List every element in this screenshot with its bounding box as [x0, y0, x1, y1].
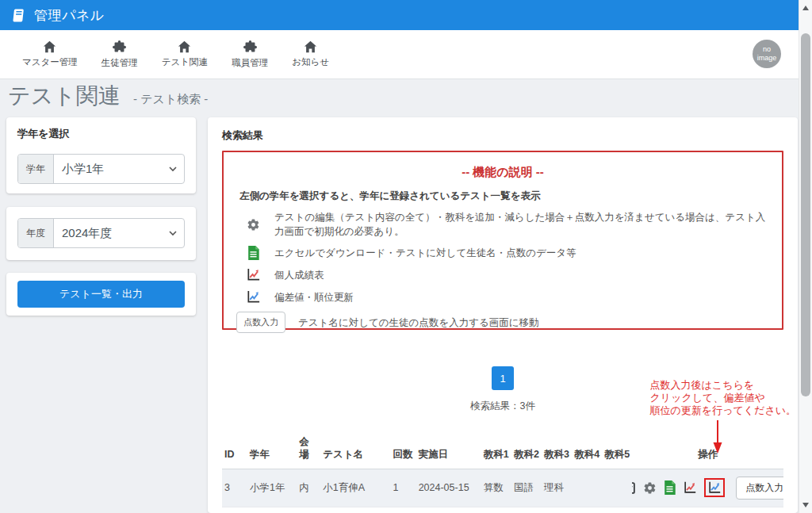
nav-item-student-admin[interactable]: 生徒管理	[102, 40, 138, 69]
nav-item-notice[interactable]: お知らせ	[292, 40, 329, 68]
cell-id: 3	[222, 469, 247, 507]
gear-icon	[244, 218, 262, 232]
col-header-subject5: 教科5	[602, 432, 632, 469]
grade-select-card: 学年を選択 学年 小学1年	[6, 117, 196, 193]
cell-test-name: 小1育伸A	[320, 469, 390, 507]
col-header-id: ID	[222, 432, 247, 469]
grade-card-heading: 学年を選択	[17, 127, 185, 141]
year-select[interactable]: 年度 2024年度	[17, 218, 185, 248]
cell-grade: 小学1年	[247, 507, 297, 513]
col-header-date: 実施日	[416, 432, 481, 469]
info-item-excel: エクセルでダウンロード・テストに対して生徒名・点数のデータ等	[236, 246, 769, 260]
score-input-sample-button[interactable]: 点数入力	[236, 312, 285, 333]
page-subtitle: - テスト検索 -	[133, 92, 208, 107]
nav-item-label: テスト関連	[162, 56, 208, 68]
col-header-subject3: 教科3	[542, 432, 572, 469]
nav-item-label: お知らせ	[292, 56, 329, 68]
scrollbar-up-arrow[interactable]	[802, 6, 809, 10]
chevron-down-icon	[169, 155, 184, 183]
info-box-title: -- 機能の説明 --	[236, 165, 769, 180]
cell-subject4	[572, 469, 602, 507]
grade-select[interactable]: 学年 小学1年	[17, 154, 185, 184]
avatar[interactable]: no image	[753, 40, 781, 68]
col-header-subject4: 教科4	[572, 432, 602, 469]
cell-grade: 小学1年	[247, 469, 297, 507]
annotation-line: 点数入力後はこちらを	[650, 379, 796, 392]
year-select-card: 年度 2024年度	[6, 207, 196, 260]
grade-select-value: 小学1年	[54, 155, 169, 183]
col-header-subject1: 教科1	[481, 432, 511, 469]
cell-subject3: 理科	[542, 507, 572, 513]
grade-select-label: 学年	[18, 155, 54, 183]
function-description-box: -- 機能の説明 -- 左側の学年を選択すると、学年に登録されているテスト一覧を…	[222, 151, 783, 330]
nav-item-test-related[interactable]: テスト関連	[162, 40, 208, 68]
nav-item-master-admin[interactable]: マスター管理	[22, 40, 78, 68]
table-row: 1 小学1年 内 小1育伸テスト 2 2024-05-30 国語 算数 理科	[222, 507, 783, 513]
app-title: 管理パネル	[34, 6, 105, 25]
test-list-card: テスト一覧・出力	[6, 273, 196, 316]
info-item-text: エクセルでダウンロード・テストに対して生徒名・点数のデータ等	[274, 246, 576, 260]
app-header: 管理パネル	[0, 0, 799, 30]
cell-venue: 内	[297, 507, 320, 513]
info-box-intro: 左側の学年を選択すると、学年に登録されているテスト一覧を表示	[239, 190, 769, 203]
chart-red-icon[interactable]	[683, 480, 697, 495]
chevron-down-icon	[169, 219, 184, 247]
chart-red-icon	[244, 267, 262, 282]
info-item-deviation-update: 偏差値・順位更新	[236, 289, 769, 304]
search-results-panel: 検索結果 -- 機能の説明 -- 左側の学年を選択すると、学年に登録されているテ…	[208, 117, 798, 513]
cell-venue: 内	[297, 469, 320, 507]
book-icon	[11, 8, 26, 23]
info-item-text: 個人成績表	[274, 268, 324, 282]
scrollbar-thumb[interactable]	[801, 33, 810, 396]
cell-subject1: 国語	[481, 507, 511, 513]
red-arrow-icon	[709, 420, 726, 458]
col-header-operations: 操作	[632, 432, 783, 469]
info-item-text: テスト名に対しての生徒の点数を入力する画面に移動	[298, 316, 539, 330]
score-update-annotation: 点数入力後はこちらを クリックして、偏差値や 順位の更新を行ってください。	[650, 379, 796, 417]
score-input-button[interactable]: 点数入力	[736, 477, 783, 500]
cell-subject2: 算数	[511, 507, 542, 513]
annotation-line: 順位の更新を行ってください。	[650, 404, 796, 417]
cell-subject2: 国語	[511, 469, 542, 507]
nav-item-staff-admin[interactable]: 職員管理	[232, 40, 268, 69]
cell-subject4	[572, 507, 602, 513]
scrollbar-down-arrow[interactable]	[802, 503, 809, 507]
home-icon	[304, 40, 317, 53]
nav-item-label: 職員管理	[232, 57, 268, 69]
gear-icon[interactable]	[643, 481, 657, 495]
col-header-round: 回数	[391, 432, 416, 469]
nav-item-label: マスター管理	[22, 56, 78, 68]
info-item-text: 偏差値・順位更新	[274, 290, 354, 304]
cell-subject1: 算数	[481, 469, 511, 507]
col-header-test-name: テスト名	[320, 432, 390, 469]
pagination-page-1-button[interactable]: 1	[492, 366, 514, 390]
cell-date: 2024-05-15	[416, 469, 481, 507]
cell-round: 1	[391, 469, 416, 507]
col-header-subject2: 教科2	[511, 432, 542, 469]
year-select-value: 2024年度	[54, 219, 169, 247]
annotation-line: クリックして、偏差値や	[650, 392, 796, 404]
avatar-text: image	[757, 54, 777, 63]
home-icon	[43, 40, 56, 53]
info-item-personal-report: 個人成績表	[236, 267, 769, 282]
results-heading: 検索結果	[222, 128, 783, 143]
excel-file-icon[interactable]	[664, 480, 676, 495]
info-item-text: テストの編集（テスト内容の全て）・教科を追加・減らした場合＋点数入力を済ませてい…	[274, 210, 769, 239]
check-square-icon[interactable]	[632, 481, 636, 495]
table-row: 3 小学1年 内 小1育伸A 1 2024-05-15 算数 国語 理科	[222, 469, 783, 507]
chart-blue-icon[interactable]	[707, 480, 722, 495]
cell-test-name: 小1育伸テスト	[320, 507, 390, 513]
cell-round: 2	[391, 507, 416, 513]
vertical-scrollbar[interactable]	[799, 0, 812, 513]
info-item-score-input: 点数入力 テスト名に対しての生徒の点数を入力する画面に移動	[236, 312, 769, 333]
year-select-label: 年度	[18, 219, 54, 247]
avatar-text: no	[763, 45, 771, 54]
home-icon	[178, 40, 191, 53]
cell-id: 1	[222, 507, 247, 513]
col-header-grade: 学年	[247, 432, 297, 469]
chart-blue-icon	[244, 289, 262, 304]
cell-subject3: 理科	[542, 469, 572, 507]
test-list-output-button[interactable]: テスト一覧・出力	[17, 281, 185, 308]
excel-file-icon	[244, 246, 262, 260]
page-heading: テスト関連 - テスト検索 -	[8, 81, 208, 111]
